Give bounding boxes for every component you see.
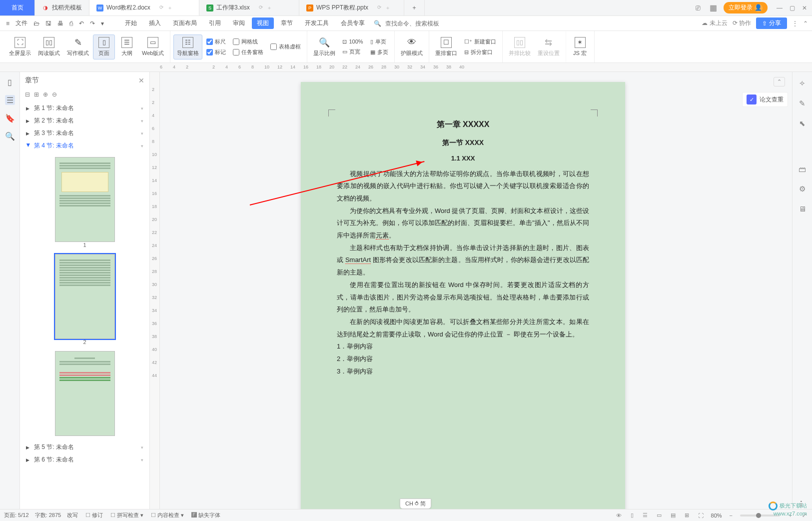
read-mode-button[interactable]: ▯▯阅读版式: [35, 35, 63, 59]
expand-icon[interactable]: ⌃: [803, 20, 808, 27]
sidebar-nav-icon[interactable]: ☰: [5, 95, 15, 105]
ruler-check[interactable]: 标尺: [203, 37, 229, 46]
panel-close-icon[interactable]: ✕: [138, 76, 144, 84]
view-eye-icon[interactable]: 👁: [615, 512, 623, 518]
view-split-icon[interactable]: ⊞: [683, 512, 691, 518]
fit-icon[interactable]: ⛶: [697, 512, 705, 518]
section-item-6[interactable]: ▶第 6 节: 未命名▾: [20, 454, 149, 466]
plagiarism-check-badge[interactable]: ✓ 论文查重: [742, 92, 788, 107]
menu-dev[interactable]: 开发工具: [300, 18, 334, 29]
document-canvas[interactable]: 第一章 XXXXX 第一节 XXXX 1.1 XXX 视频提供了功能强大的方法帮…: [160, 72, 792, 509]
tab-close-icon[interactable]: ＋: [267, 4, 272, 12]
outline-button[interactable]: ☰大纲: [116, 35, 138, 59]
page[interactable]: 第一章 XXXXX 第一节 XXXX 1.1 XXX 视频提供了功能强大的方法帮…: [301, 82, 625, 509]
status-spellcheck[interactable]: ☐拼写检查 ▾: [109, 512, 143, 519]
right-tool-cube[interactable]: 🗃: [799, 165, 806, 174]
tab-word-doc[interactable]: W Word教程2.docx ⟳＋: [89, 0, 199, 16]
horizontal-ruler[interactable]: 6 4 2 2 4 6 8 10 12 14 16 18 20 22 24 26…: [0, 63, 812, 72]
menu-insert[interactable]: 插入: [144, 18, 166, 29]
close-icon[interactable]: ✕: [802, 4, 807, 12]
menu-start[interactable]: 开始: [120, 18, 142, 29]
web-view-button[interactable]: ▭Web版式: [139, 35, 167, 59]
tab-add[interactable]: ＋: [404, 0, 425, 16]
remove-icon[interactable]: ⊖: [52, 91, 57, 98]
tab-close-icon[interactable]: ＋: [385, 4, 390, 12]
zoom-value[interactable]: 80%: [711, 512, 722, 518]
menu-section[interactable]: 章节: [276, 18, 298, 29]
status-contentcheck[interactable]: ☐内容检查 ▾: [149, 512, 184, 519]
login-button[interactable]: 立即登录👤: [724, 2, 768, 14]
print-icon[interactable]: 🖶: [55, 19, 65, 28]
more-icon[interactable]: ⋮: [792, 20, 798, 27]
menu-view[interactable]: 视图: [252, 18, 274, 29]
view-page-icon[interactable]: ▯: [629, 512, 635, 518]
eyecare-button[interactable]: 👁护眼模式: [398, 35, 426, 59]
tab-ppt[interactable]: P WPS PPT教程.pptx ⟳＋: [299, 0, 404, 16]
menu-layout[interactable]: 页面布局: [168, 18, 202, 29]
status-words[interactable]: 字数: 2875: [35, 512, 61, 519]
new-window[interactable]: ☐⁺ 新建窗口: [461, 37, 499, 46]
undo-icon[interactable]: ↶: [77, 19, 86, 28]
status-missingfont[interactable]: 🅵缺失字体: [190, 512, 220, 519]
tab-xlsx[interactable]: S 工作簿3.xlsx ⟳＋: [199, 0, 299, 16]
taskpane-check[interactable]: 任务窗格: [230, 48, 266, 57]
save-icon[interactable]: 🖫: [43, 19, 53, 28]
right-tool-device[interactable]: 🖥: [799, 204, 806, 213]
minimize-icon[interactable]: —: [777, 4, 783, 12]
grid-check[interactable]: 网格线: [230, 37, 266, 46]
cloud-status[interactable]: ☁ 未上云: [702, 19, 727, 28]
preview-icon[interactable]: ⎙: [67, 19, 75, 28]
ime-indicator[interactable]: CH ⥀ 简: [400, 498, 431, 509]
mark-check[interactable]: 标记: [203, 48, 229, 57]
right-tool-1[interactable]: ✧: [799, 79, 806, 88]
tab-home[interactable]: 首页: [0, 0, 35, 16]
nav-pane-button[interactable]: ☷导航窗格: [173, 34, 202, 60]
status-page[interactable]: 页面: 5/12: [4, 512, 29, 519]
write-mode-button[interactable]: ✎写作模式: [64, 35, 92, 59]
page-view-button[interactable]: ▯页面: [93, 34, 115, 60]
workspace-icon[interactable]: ⎚: [694, 4, 703, 12]
page-thumb-2[interactable]: [55, 254, 115, 339]
scroll-top-button[interactable]: ⌃: [774, 77, 785, 86]
section-item-3[interactable]: ▶第 3 节: 未命名▾: [20, 127, 149, 140]
zoom-out-icon[interactable]: −: [728, 512, 734, 518]
page-thumb-1[interactable]: [55, 157, 115, 242]
sidebar-search-icon[interactable]: 🔍: [5, 131, 15, 141]
right-tool-edit[interactable]: ✎: [799, 99, 806, 108]
file-menu[interactable]: 文件: [13, 18, 29, 28]
vertical-ruler[interactable]: 224 6810 121416 182022 242628 303234 363…: [150, 72, 160, 509]
view-read-icon[interactable]: ▭: [655, 512, 663, 518]
page-width[interactable]: ▭ 页宽: [339, 47, 366, 56]
menu-review[interactable]: 审阅: [228, 18, 250, 29]
menu-icon[interactable]: ≡: [4, 19, 11, 28]
sidebar-bookmark-icon[interactable]: 🔖: [5, 113, 15, 123]
view-list-icon[interactable]: ☰: [641, 512, 649, 518]
status-revision[interactable]: ☐修订: [84, 512, 103, 519]
right-tool-gear[interactable]: ⚙: [799, 184, 806, 194]
split-window[interactable]: ⊟ 拆分窗口: [461, 48, 499, 57]
apps-icon[interactable]: ▦: [709, 4, 718, 12]
add-icon[interactable]: ⊕: [43, 91, 48, 98]
expand-icon[interactable]: ⊞: [34, 91, 39, 98]
tab-close-icon[interactable]: ＋: [167, 4, 172, 12]
arrange-button[interactable]: ☐重排窗口: [432, 35, 460, 59]
tab-template[interactable]: ◑ 找稻壳模板: [35, 0, 89, 16]
zoom-button[interactable]: 🔍显示比例: [310, 35, 338, 59]
menu-reference[interactable]: 引用: [204, 18, 226, 29]
right-tool-cursor[interactable]: ⬉: [799, 119, 806, 128]
section-item-4[interactable]: ▶第 4 节: 未命名▾: [20, 140, 149, 152]
collapse-icon[interactable]: ⊟: [25, 91, 30, 98]
jsmacro-button[interactable]: ✶JS 宏: [569, 35, 591, 59]
section-item-5[interactable]: ▶第 5 节: 未命名▾: [20, 441, 149, 454]
maximize-icon[interactable]: ▢: [790, 4, 795, 12]
coop-button[interactable]: ⟳ 协作: [733, 19, 751, 28]
multi-page[interactable]: ▦ 多页: [367, 48, 391, 57]
section-item-2[interactable]: ▶第 2 节: 未命名▾: [20, 114, 149, 127]
table-border-check[interactable]: 表格虚框: [267, 42, 304, 52]
search-input[interactable]: [385, 20, 455, 27]
redo-icon[interactable]: ↷: [88, 19, 97, 28]
sidebar-doc-icon[interactable]: ▯: [5, 77, 15, 87]
section-item-1[interactable]: ▶第 1 节: 未命名▾: [20, 102, 149, 114]
open-icon[interactable]: 🗁: [31, 19, 41, 28]
fullscreen-button[interactable]: ⛶全屏显示: [6, 35, 34, 59]
